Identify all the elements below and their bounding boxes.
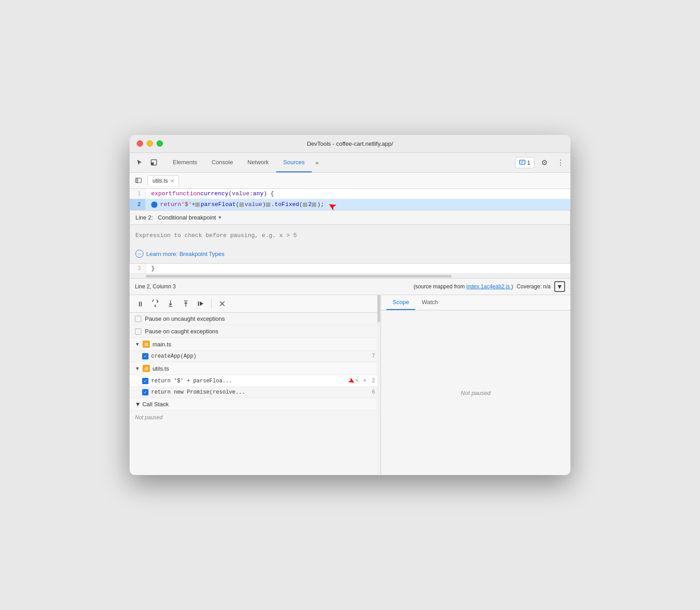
- sidebar-toggle[interactable]: [133, 175, 144, 186]
- breakpoint-popup-input-area[interactable]: [130, 225, 570, 246]
- learn-more-icon: →: [135, 250, 144, 258]
- deactivate-breakpoints-button[interactable]: [216, 298, 228, 309]
- window-title: DevTools - coffee-cart.netlify.app/: [307, 140, 393, 147]
- main-ts-icon: ⊙: [143, 341, 150, 348]
- delete-icon[interactable]: ×: [363, 378, 366, 384]
- line-number-2: 2: [130, 199, 146, 211]
- breakpoint-dropdown[interactable]: ▾: [219, 215, 221, 220]
- pause-caught-checkbox[interactable]: [135, 328, 141, 335]
- coverage-icon-btn[interactable]: ▼: [554, 281, 565, 292]
- scope-content: Not paused: [381, 310, 570, 475]
- left-content: Pause on uncaught exceptions Pause on ca…: [130, 313, 381, 475]
- devtools-window: DevTools - coffee-cart.netlify.app/ Elem…: [130, 135, 570, 475]
- breakpoint-popup-title: Line 2: Conditional breakpoint: [135, 214, 216, 221]
- create-app-code: createApp(App): [151, 353, 369, 359]
- cursor-icon[interactable]: [133, 156, 146, 169]
- return-dollar-checkbox[interactable]: [142, 378, 148, 384]
- panel-tabs: Scope Watch: [381, 295, 570, 310]
- tab-icons: [133, 156, 160, 169]
- step-over-button[interactable]: [149, 298, 161, 309]
- continue-button[interactable]: [195, 298, 207, 309]
- pause-uncaught-checkbox[interactable]: [135, 316, 141, 322]
- step-out-button[interactable]: [180, 298, 192, 309]
- status-right: (source mapped from index.1ac4eab2.js ) …: [413, 281, 565, 292]
- debugger-toolbar: ⏸: [130, 295, 381, 313]
- right-panel: Scope Watch Not paused: [381, 295, 570, 475]
- svg-rect-2: [520, 160, 525, 164]
- tab-right-actions: 1 ⚙ ⋮: [515, 156, 567, 169]
- tab-elements[interactable]: Elements: [166, 153, 204, 172]
- code-line-2: 2 return '$' + parseFloat ( value ) .toF…: [130, 199, 570, 211]
- horizontal-scrollbar[interactable]: [130, 274, 570, 278]
- more-options-icon[interactable]: ⋮: [554, 156, 567, 169]
- not-paused-text: Not paused: [461, 390, 491, 396]
- code-content-1: export function currency ( value : any )…: [146, 189, 570, 199]
- code-content-3: }: [146, 264, 570, 274]
- code-content-2: return '$' + parseFloat ( value ) .toFix…: [146, 199, 570, 211]
- close-button[interactable]: [137, 140, 143, 147]
- tab-bar: Elements Console Network Sources » 1 ⚙: [130, 153, 570, 173]
- main-ts-section[interactable]: ▼ ⊙ main.ts: [130, 338, 381, 351]
- utils-ts-label: utils.ts: [153, 365, 169, 372]
- pause-caught-row: Pause on caught exceptions: [130, 325, 381, 338]
- left-panel-scrollbar[interactable]: [377, 295, 381, 475]
- edit-icon[interactable]: ✎: [355, 377, 359, 384]
- tab-watch[interactable]: Watch: [415, 295, 444, 310]
- return-dollar-line: 2: [372, 378, 375, 384]
- return-promise-code: return new Promise(resolve...: [151, 389, 369, 395]
- return-dollar-code: return '$' + parseFloa...: [151, 378, 353, 384]
- file-tab-utils[interactable]: utils.ts ×: [148, 175, 179, 186]
- line-number-1: 1: [130, 189, 146, 199]
- main-ts-arrow: ▼: [135, 341, 140, 347]
- breakpoint-expression-input[interactable]: [135, 230, 565, 241]
- tab-scope[interactable]: Scope: [386, 295, 416, 310]
- dock-icon[interactable]: [148, 156, 160, 169]
- utils-ts-icon: ⊙: [143, 365, 150, 372]
- code-line-1: 1 export function currency ( value : any…: [130, 189, 570, 199]
- file-tab-close[interactable]: ×: [171, 178, 174, 184]
- inline-icon-1: [195, 202, 200, 207]
- source-map-text: (source mapped from index.1ac4eab2.js ): [413, 283, 513, 290]
- source-map-link[interactable]: index.1ac4eab2.js: [467, 283, 512, 290]
- settings-icon[interactable]: ⚙: [538, 156, 551, 169]
- return-promise-line: 6: [372, 389, 375, 395]
- breakpoint-popup: Line 2: Conditional breakpoint ▾ → Learn…: [130, 210, 570, 264]
- tabs: Elements Console Network Sources »: [166, 153, 515, 172]
- tab-sources[interactable]: Sources: [276, 153, 312, 172]
- minimize-button[interactable]: [147, 140, 153, 147]
- breakpoint-return-promise: return new Promise(resolve... 6: [130, 387, 381, 398]
- utils-ts-arrow: ▼: [135, 366, 140, 371]
- editor-area[interactable]: 1 export function currency ( value : any…: [130, 189, 570, 274]
- create-app-checkbox[interactable]: [142, 353, 148, 359]
- main-ts-label: main.ts: [153, 341, 171, 348]
- scrollbar-h-thumb[interactable]: [146, 275, 452, 278]
- title-bar: DevTools - coffee-cart.netlify.app/: [130, 135, 570, 153]
- status-bar: Line 2, Column 3 (source mapped from ind…: [130, 278, 570, 295]
- return-promise-checkbox[interactable]: [142, 389, 148, 395]
- svg-rect-4: [136, 178, 138, 183]
- tab-more[interactable]: »: [312, 159, 322, 166]
- breakpoint-link-row: → Learn more: Breakpoint Types: [130, 246, 570, 263]
- svg-rect-1: [151, 162, 154, 165]
- inline-icon-3: [266, 202, 270, 207]
- coverage-label: Coverage: n/a: [517, 283, 551, 290]
- step-into-button[interactable]: [165, 298, 176, 309]
- pause-uncaught-row: Pause on uncaught exceptions: [130, 313, 381, 325]
- tab-console[interactable]: Console: [204, 153, 240, 172]
- pause-button[interactable]: ⏸: [134, 298, 146, 309]
- file-tab-bar: utils.ts ×: [130, 173, 570, 189]
- maximize-button[interactable]: [157, 140, 163, 147]
- debug-separator: [211, 299, 212, 308]
- notification-button[interactable]: 1: [515, 157, 534, 168]
- call-stack-section[interactable]: ▼ Call Stack: [130, 398, 381, 411]
- learn-more-link[interactable]: → Learn more: Breakpoint Types: [135, 250, 565, 258]
- left-panel-scrollbar-thumb[interactable]: [377, 295, 380, 322]
- bottom-panel: ⏸: [130, 295, 570, 475]
- tab-network[interactable]: Network: [240, 153, 276, 172]
- left-panel: ⏸: [130, 295, 381, 475]
- code-line-3: 3 }: [130, 264, 570, 274]
- breakpoint-create-app: createApp(App) 7: [130, 351, 381, 362]
- create-app-line: 7: [372, 353, 375, 359]
- utils-ts-section[interactable]: ▼ ⊙ utils.ts: [130, 362, 381, 375]
- call-stack-label: ▼ Call Stack: [135, 401, 169, 408]
